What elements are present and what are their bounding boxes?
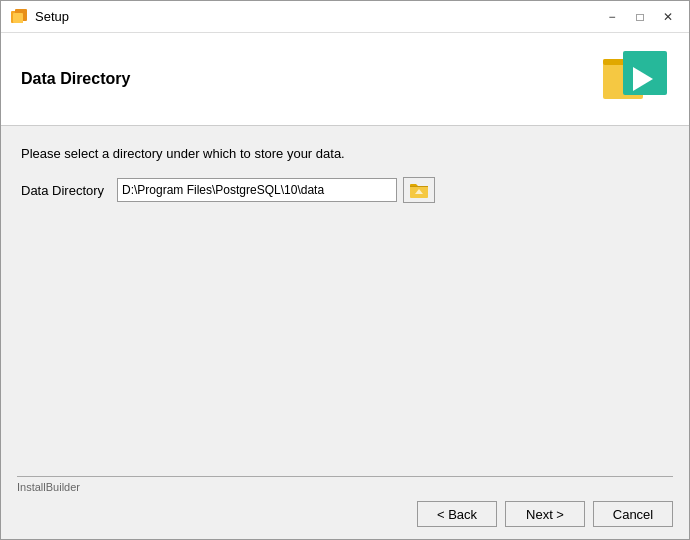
footer-buttons: < Back Next > Cancel [17, 501, 673, 527]
main-body: Please select a directory under which to… [1, 126, 689, 468]
footer: InstallBuilder < Back Next > Cancel [1, 468, 689, 539]
svg-rect-8 [410, 186, 428, 187]
next-button[interactable]: Next > [505, 501, 585, 527]
description-text: Please select a directory under which to… [21, 146, 669, 161]
back-button[interactable]: < Back [417, 501, 497, 527]
directory-form-row: Data Directory [21, 177, 669, 203]
titlebar-title: Setup [35, 9, 599, 24]
maximize-button[interactable]: □ [627, 7, 653, 27]
header-logo-icon [601, 49, 669, 109]
setup-window: Setup − □ ✕ Data Directory Please selec [0, 0, 690, 540]
minimize-button[interactable]: − [599, 7, 625, 27]
browse-button[interactable] [403, 177, 435, 203]
svg-rect-5 [623, 51, 667, 95]
directory-input[interactable] [117, 178, 397, 202]
header-section: Data Directory [1, 33, 689, 126]
directory-label: Data Directory [21, 183, 111, 198]
app-icon [9, 7, 29, 27]
folder-icon [409, 181, 429, 199]
titlebar: Setup − □ ✕ [1, 1, 689, 33]
close-button[interactable]: ✕ [655, 7, 681, 27]
section-title: Data Directory [21, 70, 130, 88]
footer-brand: InstallBuilder [17, 476, 673, 493]
svg-rect-2 [13, 13, 23, 23]
titlebar-controls: − □ ✕ [599, 7, 681, 27]
cancel-button[interactable]: Cancel [593, 501, 673, 527]
content-area: Data Directory Please select a directory… [1, 33, 689, 539]
